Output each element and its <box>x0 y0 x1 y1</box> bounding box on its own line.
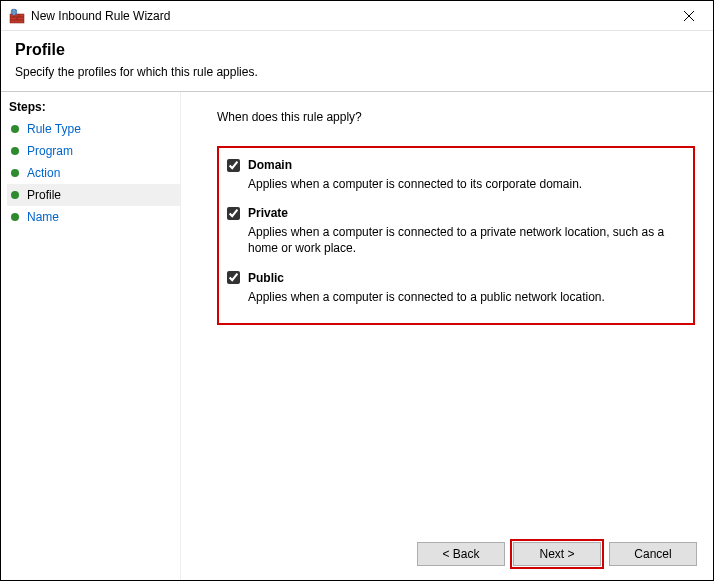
main-prompt: When does this rule apply? <box>217 110 695 124</box>
checkbox-domain[interactable] <box>227 159 240 172</box>
step-label: Action <box>27 166 60 180</box>
titlebar: New Inbound Rule Wizard <box>1 1 713 31</box>
step-name[interactable]: Name <box>7 206 180 228</box>
checkbox-public[interactable] <box>227 271 240 284</box>
option-domain: Domain Applies when a computer is connec… <box>227 158 681 192</box>
next-button[interactable]: Next > <box>513 542 601 566</box>
step-bullet-icon <box>11 147 19 155</box>
wizard-window: New Inbound Rule Wizard Profile Specify … <box>0 0 714 581</box>
checkbox-private[interactable] <box>227 207 240 220</box>
option-label: Private <box>248 206 288 220</box>
step-bullet-icon <box>11 213 19 221</box>
main-panel: When does this rule apply? Domain Applie… <box>181 92 713 580</box>
option-label: Domain <box>248 158 292 172</box>
option-description: Applies when a computer is connected to … <box>248 289 681 305</box>
step-label: Profile <box>27 188 61 202</box>
step-bullet-icon <box>11 191 19 199</box>
page-title: Profile <box>15 41 699 59</box>
steps-sidebar: Steps: Rule Type Program Action Profile … <box>1 92 181 580</box>
step-bullet-icon <box>11 125 19 133</box>
option-private: Private Applies when a computer is conne… <box>227 206 681 256</box>
step-label: Name <box>27 210 59 224</box>
page-header: Profile Specify the profiles for which t… <box>1 31 713 92</box>
option-description: Applies when a computer is connected to … <box>248 176 681 192</box>
cancel-button[interactable]: Cancel <box>609 542 697 566</box>
option-label: Public <box>248 271 284 285</box>
option-public: Public Applies when a computer is connec… <box>227 271 681 305</box>
close-icon <box>684 11 694 21</box>
step-bullet-icon <box>11 169 19 177</box>
button-row: < Back Next > Cancel <box>417 542 697 566</box>
body: Steps: Rule Type Program Action Profile … <box>1 92 713 580</box>
options-highlight: Domain Applies when a computer is connec… <box>217 146 695 325</box>
step-label: Program <box>27 144 73 158</box>
window-title: New Inbound Rule Wizard <box>31 9 669 23</box>
step-label: Rule Type <box>27 122 81 136</box>
firewall-icon <box>9 8 25 24</box>
step-profile[interactable]: Profile <box>7 184 180 206</box>
back-button[interactable]: < Back <box>417 542 505 566</box>
page-subtitle: Specify the profiles for which this rule… <box>15 65 699 79</box>
steps-heading: Steps: <box>7 98 180 118</box>
close-button[interactable] <box>669 2 709 30</box>
step-action[interactable]: Action <box>7 162 180 184</box>
option-description: Applies when a computer is connected to … <box>248 224 681 256</box>
step-rule-type[interactable]: Rule Type <box>7 118 180 140</box>
step-program[interactable]: Program <box>7 140 180 162</box>
svg-point-6 <box>11 8 17 14</box>
